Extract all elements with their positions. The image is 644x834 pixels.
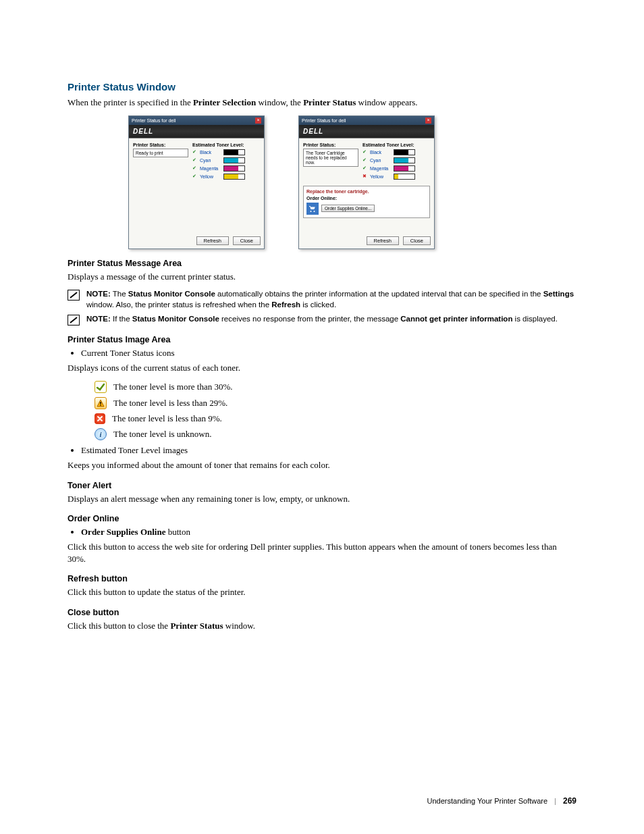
footer-section: Understanding Your Printer Software xyxy=(427,797,548,805)
check-icon: ✔ xyxy=(363,157,368,163)
text: Displays an alert message when any remai… xyxy=(68,493,576,505)
divider-icon: | xyxy=(554,797,556,805)
check-icon: ✔ xyxy=(192,157,198,163)
order-online-label: Order Online: xyxy=(306,196,427,201)
printer-status-label: Printer Status: xyxy=(303,142,358,147)
note-text: NOTE: The Status Monitor Console automat… xyxy=(86,289,576,310)
toner-row-yellow: ✔ Yellow xyxy=(192,174,260,180)
brand-bar: DELL xyxy=(129,125,264,138)
refresh-button[interactable]: Refresh xyxy=(367,236,399,245)
cart-icon xyxy=(306,203,319,215)
text: Keeps you informed about the amount of t… xyxy=(68,459,576,471)
toner-bar xyxy=(223,149,245,155)
close-button[interactable]: Close xyxy=(403,236,431,245)
toner-bar xyxy=(223,165,245,172)
subhead-refresh: Refresh button xyxy=(68,574,576,583)
toner-row-magenta: ✔ Magenta xyxy=(192,165,260,172)
text: Click this button to close the Printer S… xyxy=(68,620,576,632)
toner-bar xyxy=(223,157,245,163)
close-icon[interactable]: × xyxy=(255,118,261,124)
text: is clicked. xyxy=(300,301,336,309)
text-bold: Order Supplies Online xyxy=(81,527,165,537)
text: The xyxy=(111,290,128,298)
toner-row-magenta: ✔ Magenta xyxy=(363,165,430,172)
toner-name: Black xyxy=(200,150,221,155)
text: Displays a message of the current printe… xyxy=(68,271,576,283)
close-button[interactable]: Close xyxy=(233,236,261,245)
note-row: NOTE: If the Status Monitor Console rece… xyxy=(68,314,576,325)
toner-level-line: i The toner level is unknown. xyxy=(95,428,576,440)
text: Displays icons of the current status of … xyxy=(68,362,576,374)
note-row: NOTE: The Status Monitor Console automat… xyxy=(68,289,576,310)
check-icon: ✔ xyxy=(363,149,368,155)
svg-rect-0 xyxy=(100,402,101,405)
text: If the xyxy=(111,315,132,323)
text: window. xyxy=(223,621,256,631)
toner-alert-box: Replace the toner cartridge. Order Onlin… xyxy=(303,186,430,218)
text: window appears. xyxy=(356,97,417,107)
refresh-button[interactable]: Refresh xyxy=(196,236,229,245)
text: automatically obtains the printer inform… xyxy=(215,290,543,298)
subhead-order-online: Order Online xyxy=(68,514,576,523)
page-heading: Printer Status Window xyxy=(68,81,576,93)
toner-name: Cyan xyxy=(370,158,392,163)
page-footer: Understanding Your Printer Software | 26… xyxy=(427,796,576,806)
intro-paragraph: When the printer is specified in the Pri… xyxy=(68,97,576,109)
toner-name: Black xyxy=(370,150,392,155)
warning-icon xyxy=(95,397,107,409)
toner-row-cyan: ✔ Cyan xyxy=(363,157,430,163)
subhead-close: Close button xyxy=(68,608,576,617)
toner-name: Yellow xyxy=(370,174,392,179)
note-icon xyxy=(68,290,80,301)
text-bold: Settings xyxy=(543,290,574,298)
text: When the printer is specified in the xyxy=(68,97,193,107)
toner-level-label: Estimated Toner Level: xyxy=(192,142,260,147)
alert-title: Replace the toner cartridge. xyxy=(306,189,427,194)
text: The toner level is more than 30%. xyxy=(113,382,233,392)
text-bold: Refresh xyxy=(271,301,300,309)
list-item: Order Supplies Online button xyxy=(81,526,576,538)
close-icon[interactable]: × xyxy=(425,118,431,124)
printer-status-window-ready: Printer Status for dell × DELL Printer S… xyxy=(128,115,265,249)
toner-name: Magenta xyxy=(200,166,221,171)
toner-name: Magenta xyxy=(370,166,392,171)
info-icon: i xyxy=(95,428,107,440)
toner-bar xyxy=(223,174,245,180)
toner-row-cyan: ✔ Cyan xyxy=(192,157,260,163)
text-bold: Status Monitor Console xyxy=(128,290,215,298)
list-item: Estimated Toner Level images xyxy=(81,444,576,457)
check-icon: ✔ xyxy=(192,165,198,171)
text: receives no response from the printer, t… xyxy=(219,315,400,323)
toner-level-line: The toner level is less than 9%. xyxy=(95,413,576,424)
text-bold: Status Monitor Console xyxy=(132,315,219,323)
text: Click this button to update the status o… xyxy=(68,586,576,598)
text: window. Also, the printer status is refr… xyxy=(86,301,271,309)
svg-rect-1 xyxy=(100,405,101,405)
window-title: Printer Status for dell xyxy=(132,118,176,123)
subhead-toner-alert: Toner Alert xyxy=(68,481,576,490)
toner-name: Cyan xyxy=(200,158,221,163)
check-icon: ✔ xyxy=(363,165,368,171)
text: The toner level is less than 29%. xyxy=(113,398,227,409)
text: Click this button to close the xyxy=(68,621,170,631)
order-supplies-button[interactable]: Order Supplies Online... xyxy=(321,205,375,212)
text: is displayed. xyxy=(512,315,557,323)
x-icon: ✖ xyxy=(363,174,368,179)
toner-level-line: The toner level is more than 30%. xyxy=(95,381,576,393)
toner-level-line: The toner level is less than 29%. xyxy=(95,397,576,409)
toner-bar xyxy=(394,174,415,180)
text: The toner level is less than 9%. xyxy=(112,413,222,424)
printer-status-value: The Toner Cartridge needs to be replaced… xyxy=(303,149,358,167)
brand-bar: DELL xyxy=(299,125,434,138)
printer-status-window-alert: Printer Status for dell × DELL Printer S… xyxy=(298,115,435,249)
text: The toner level is unknown. xyxy=(113,429,212,440)
subhead-message-area: Printer Status Message Area xyxy=(68,259,576,268)
toner-bar xyxy=(394,149,415,155)
toner-row-black: ✔ Black xyxy=(192,149,260,155)
toner-row-black: ✔ Black xyxy=(363,149,430,155)
toner-level-label: Estimated Toner Level: xyxy=(363,142,430,147)
toner-bar xyxy=(394,165,415,172)
text-bold: Printer Status xyxy=(303,97,356,107)
x-icon xyxy=(95,413,105,424)
screenshot-row: Printer Status for dell × DELL Printer S… xyxy=(128,115,576,249)
